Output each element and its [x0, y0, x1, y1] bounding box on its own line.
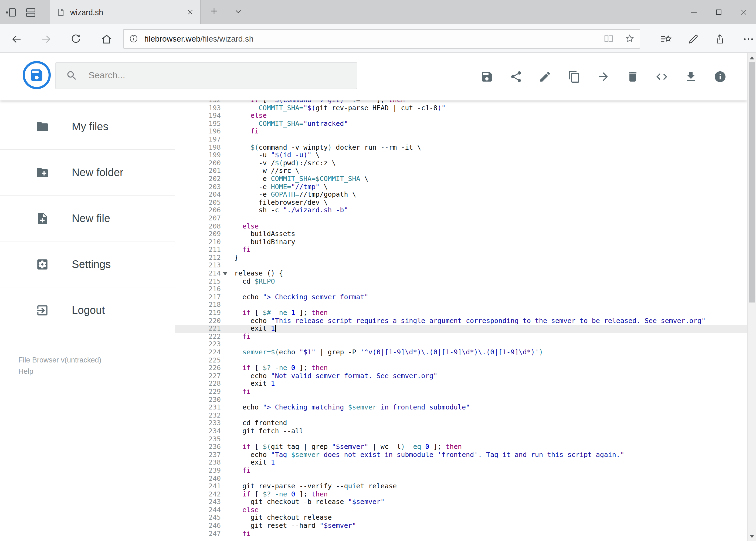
- code-line[interactable]: 232: [175, 412, 747, 419]
- code-line[interactable]: 234 git fetch --all: [175, 427, 747, 435]
- minimize-button[interactable]: [681, 0, 706, 24]
- delete-button[interactable]: [626, 70, 639, 83]
- code-line[interactable]: 205 filebrowser/dev \: [175, 199, 747, 206]
- tab-close-icon[interactable]: [187, 9, 194, 16]
- address-bar[interactable]: filebrowser.web/files/wizard.sh: [123, 29, 640, 48]
- site-info-icon[interactable]: [128, 34, 139, 44]
- code-line[interactable]: 220 echo "This release script requires a…: [175, 317, 747, 325]
- code-line[interactable]: 206 sh -c "./wizard.sh -b": [175, 207, 747, 215]
- help-link[interactable]: Help: [18, 366, 102, 377]
- back-icon[interactable]: [8, 31, 24, 47]
- code-line[interactable]: 197: [175, 136, 747, 144]
- code-line[interactable]: 195 COMMIT_SHA="untracked": [175, 120, 747, 128]
- share-page-icon[interactable]: [711, 31, 728, 47]
- code-line[interactable]: 194 else: [175, 112, 747, 120]
- code-line[interactable]: 219 if [ $# -ne 1 ]; then: [175, 309, 747, 317]
- code-line[interactable]: 236 if [ $(git tag | grep "$semver" | wc…: [175, 443, 747, 451]
- maximize-button[interactable]: [706, 0, 731, 24]
- hub-icon[interactable]: [657, 31, 674, 47]
- code-line[interactable]: 230: [175, 396, 747, 403]
- code-line[interactable]: 242 if [ $? -ne 0 ]; then: [175, 490, 747, 498]
- code-line[interactable]: 210 buildBinary: [175, 238, 747, 246]
- code-line[interactable]: 221 exit 1: [175, 325, 747, 332]
- save-button[interactable]: [480, 70, 493, 83]
- scroll-down-icon[interactable]: [748, 532, 756, 541]
- code-line[interactable]: 202 -e COMMIT_SHA=$COMMIT_SHA \: [175, 175, 747, 183]
- code-line[interactable]: 237 echo "Tag $semver does not exist in …: [175, 451, 747, 459]
- code-line[interactable]: 200 -v /$(pwd):/src:z \: [175, 159, 747, 167]
- sidebar-item-new-file[interactable]: New file: [0, 196, 175, 242]
- browser-tab[interactable]: wizard.sh: [50, 0, 201, 24]
- tabs-preview-icon[interactable]: [24, 5, 38, 19]
- code-line[interactable]: 213: [175, 262, 747, 270]
- code-line[interactable]: 226 if [ $? -ne 0 ]; then: [175, 364, 747, 372]
- code-line[interactable]: 214release () {: [175, 270, 747, 277]
- annotate-icon[interactable]: [685, 31, 701, 47]
- move-button[interactable]: [597, 70, 610, 83]
- code-line[interactable]: 231 echo "> Checking matching $semver in…: [175, 403, 747, 411]
- sidebar-item-my-files[interactable]: My files: [0, 104, 175, 150]
- code-line[interactable]: 215 cd $REPO: [175, 277, 747, 285]
- code-line[interactable]: 224 semver=$(echo "$1" | grep -P '^v(0|[…: [175, 348, 747, 356]
- code-line[interactable]: 245 git checkout release: [175, 514, 747, 522]
- code-line[interactable]: 244 else: [175, 506, 747, 514]
- code-line[interactable]: 193 COMMIT_SHA="$(git rev-parse HEAD | c…: [175, 104, 747, 112]
- code-line[interactable]: 229 fi: [175, 388, 747, 396]
- edit-button[interactable]: [539, 70, 552, 83]
- code-line[interactable]: 216: [175, 285, 747, 293]
- code-line[interactable]: 209 buildAssets: [175, 230, 747, 238]
- code-line[interactable]: 225: [175, 356, 747, 364]
- code-line[interactable]: 212}: [175, 254, 747, 262]
- code-line[interactable]: 204 -e GOPATH=//tmp/gopath \: [175, 191, 747, 199]
- reading-view-icon[interactable]: [603, 33, 614, 44]
- tab-preview-chevron-icon[interactable]: [231, 5, 245, 19]
- code-line[interactable]: 208 else: [175, 222, 747, 230]
- sidebar-item-new-folder[interactable]: New folder: [0, 150, 175, 196]
- more-options-icon[interactable]: [740, 31, 756, 47]
- code-line[interactable]: 198 $(command -v winpty) docker run --rm…: [175, 144, 747, 151]
- code-editor[interactable]: 192 if [ "$(command -v git)" != "" ]; th…: [175, 101, 747, 538]
- code-line[interactable]: 207: [175, 215, 747, 222]
- copy-button[interactable]: [568, 70, 581, 83]
- favorite-star-icon[interactable]: [624, 33, 635, 44]
- forward-icon[interactable]: [38, 31, 54, 47]
- tabs-set-aside-icon[interactable]: [4, 5, 18, 19]
- code-line[interactable]: 223: [175, 340, 747, 348]
- code-line[interactable]: 211 fi: [175, 246, 747, 254]
- code-line[interactable]: 218: [175, 301, 747, 309]
- info-button[interactable]: [714, 70, 727, 83]
- home-icon[interactable]: [98, 31, 115, 47]
- sidebar-item-logout[interactable]: Logout: [0, 287, 175, 333]
- code-line[interactable]: 199 -u "$(id -u)" \: [175, 151, 747, 159]
- sidebar-item-settings[interactable]: Settings: [0, 242, 175, 287]
- code-line[interactable]: 217 echo "> Checking semver format": [175, 293, 747, 301]
- vertical-scrollbar[interactable]: [747, 53, 756, 541]
- new-tab-button[interactable]: [206, 4, 221, 19]
- download-button[interactable]: [684, 70, 697, 83]
- code-line[interactable]: 227 echo "Not valid semver format. See s…: [175, 372, 747, 380]
- code-line[interactable]: 228 exit 1: [175, 380, 747, 388]
- code-line[interactable]: 241 git rev-parse --verify --quiet relea…: [175, 482, 747, 490]
- raw-button[interactable]: [655, 70, 668, 83]
- code-line[interactable]: 233 cd frontend: [175, 419, 747, 427]
- code-line[interactable]: 222 fi: [175, 333, 747, 340]
- code-line[interactable]: 247 fi: [175, 530, 747, 537]
- refresh-icon[interactable]: [68, 31, 84, 47]
- code-line[interactable]: 196 fi: [175, 128, 747, 136]
- fold-toggle-icon[interactable]: [223, 272, 227, 275]
- search-input[interactable]: [88, 70, 357, 82]
- code-line[interactable]: 240: [175, 475, 747, 482]
- scroll-up-icon[interactable]: [748, 53, 756, 62]
- scrollbar-thumb[interactable]: [748, 62, 755, 302]
- code-line[interactable]: 203 -e HOME="//tmp" \: [175, 183, 747, 191]
- code-line[interactable]: 238 exit 1: [175, 459, 747, 467]
- code-line[interactable]: 246 git reset --hard "$semver": [175, 522, 747, 530]
- code-line[interactable]: 201 -w //src \: [175, 167, 747, 175]
- code-line[interactable]: 239 fi: [175, 467, 747, 475]
- close-button[interactable]: [731, 0, 756, 24]
- app-logo[interactable]: [23, 61, 51, 89]
- code-line[interactable]: 243 git checkout -b release "$semver": [175, 498, 747, 506]
- share-button[interactable]: [510, 70, 523, 83]
- code-line[interactable]: 235: [175, 435, 747, 443]
- search-box[interactable]: [55, 62, 357, 89]
